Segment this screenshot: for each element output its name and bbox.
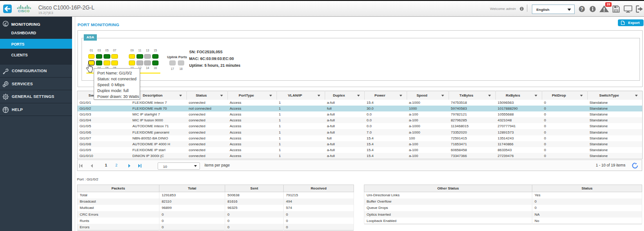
svg-text:CISCO: CISCO	[18, 9, 30, 13]
svg-text:?: ?	[581, 6, 583, 12]
